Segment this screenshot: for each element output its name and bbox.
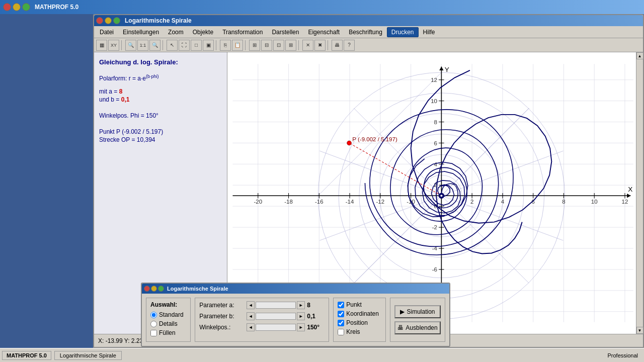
auswahl-panel: Auswahl: Standard Details Füllen (146, 298, 191, 342)
button-panel: ▶ Simulation 🖶 Ausblenden (390, 298, 445, 342)
svg-text:-2: -2 (432, 224, 437, 230)
param-a-left[interactable]: ◄ (247, 301, 255, 309)
taskbar-window[interactable]: Logarithmische Spirale (54, 351, 122, 360)
info-param-b: und b = 0,1 (99, 96, 222, 103)
scroll-up[interactable]: ▲ (636, 52, 643, 59)
check-koordinaten[interactable] (338, 311, 344, 317)
param-a-right[interactable]: ► (297, 301, 305, 309)
tool-coord[interactable]: XY (108, 40, 119, 51)
tool-copy[interactable]: ⎘ (220, 40, 231, 51)
winkelpos-value: 150° (307, 324, 325, 331)
param-a-row: Parameter a: ◄ ► 8 (199, 301, 325, 309)
radio-details[interactable] (150, 321, 157, 327)
tool-zoom-reset[interactable]: 1:1 (137, 40, 148, 51)
tool-rect[interactable]: □ (191, 40, 202, 51)
sub-max-button[interactable] (158, 286, 164, 292)
ausblenden-icon: 🖶 (397, 324, 404, 331)
maximize-button-outer[interactable] (22, 3, 30, 11)
taskbar: MATHPROF 5.0 Logarithmische Spirale Prof… (0, 348, 644, 362)
tool-select[interactable]: ↖ (167, 40, 178, 51)
menu-einstellungen[interactable]: Einstellungen (118, 27, 164, 37)
param-b-left[interactable]: ◄ (247, 312, 255, 320)
outer-titlebar: MATHPROF 5.0 (0, 0, 644, 14)
checkbox-fuellen[interactable] (150, 330, 157, 336)
check-position-label: Position (346, 319, 368, 326)
param-a-label: Parameter a: (199, 302, 245, 309)
svg-text:4: 4 (434, 161, 438, 167)
simulation-icon: ▶ (400, 308, 405, 315)
minimize-button-outer[interactable] (13, 3, 21, 11)
radio-standard-row: Standard (150, 311, 186, 318)
winkelpos-left[interactable]: ◄ (247, 323, 255, 331)
check-kreis[interactable] (338, 329, 344, 335)
tool-table2[interactable]: ⊟ (261, 40, 272, 51)
maximize-button[interactable] (113, 17, 120, 24)
winkelpos-slider: ◄ ► (247, 323, 305, 331)
outer-title-text: MATHPROF 5.0 (35, 4, 78, 11)
param-a-value: 8 (307, 302, 325, 309)
info-distance: Strecke OP = 10,394 (99, 136, 222, 143)
check-punkt[interactable] (338, 302, 344, 308)
param-b-right[interactable]: ► (297, 312, 305, 320)
winkelpos-label: Winkelpos.: (199, 324, 245, 331)
menu-zoom[interactable]: Zoom (164, 27, 188, 37)
toolbar: ▦ XY 🔍 1:1 🔍 ↖ ⛶ □ ▣ ⎘ 📋 ⊞ ⊟ ⊡ ⊞ ✕ ✖ 🖶 ? (94, 38, 643, 52)
sub-close-button[interactable] (144, 286, 150, 292)
winkelpos-right[interactable]: ► (297, 323, 305, 331)
tool-paste[interactable]: 📋 (232, 40, 243, 51)
tool-zoom-in[interactable]: 🔍 (149, 40, 160, 51)
menu-eigenschaft[interactable]: Eigenschaft (303, 27, 344, 37)
simulation-button[interactable]: ▶ Simulation (394, 305, 441, 318)
winkelpos-row: Winkelpos.: ◄ ► 150° (199, 323, 325, 331)
menu-transformation[interactable]: Transformation (218, 27, 267, 37)
tool-delete[interactable]: ✖ (314, 40, 326, 51)
radio-standard[interactable] (150, 312, 157, 318)
title-bar: Logarithmische Spirale (94, 15, 643, 26)
auswahl-title: Auswahl: (150, 301, 186, 308)
check-position[interactable] (338, 320, 344, 326)
radio-details-row: Details (150, 320, 186, 327)
menu-drucken[interactable]: Drucken (387, 27, 419, 37)
tool-rect2[interactable]: ▣ (203, 40, 214, 51)
tool-zoom-out[interactable]: 🔍 (125, 40, 136, 51)
taskbar-app[interactable]: MATHPROF 5.0 (2, 351, 51, 360)
check-punkt-label: Punkt (346, 301, 362, 308)
sub-min-button[interactable] (151, 286, 157, 292)
tool-frame2[interactable]: ⊞ (285, 40, 296, 51)
close-button-outer[interactable] (3, 3, 11, 11)
menu-beschriftung[interactable]: Beschriftung (344, 27, 387, 37)
sub-window-title: Logarithmische Spirale (167, 286, 228, 292)
winkelpos-track[interactable] (256, 324, 296, 331)
tool-help[interactable]: ? (344, 40, 355, 51)
svg-text:-18: -18 (284, 199, 293, 205)
tool-close-x[interactable]: ✕ (302, 40, 313, 51)
scrollbar-right[interactable]: ▲ ▼ (636, 52, 643, 334)
menu-datei[interactable]: Datei (95, 27, 118, 37)
close-button[interactable] (96, 17, 103, 24)
tool-print[interactable]: 🖶 (332, 40, 343, 51)
checkbox-panel: Punkt Koordinaten Position Kreis (333, 298, 386, 342)
menu-objekte[interactable]: Objekte (188, 27, 218, 37)
tool-move[interactable]: ⛶ (179, 40, 190, 51)
svg-text:X: X (628, 186, 632, 193)
menu-darstellen[interactable]: Darstellen (267, 27, 303, 37)
param-a-track[interactable] (256, 302, 296, 309)
param-b-label: Parameter b: (199, 313, 245, 320)
param-b-track[interactable] (256, 313, 296, 320)
radio-standard-label: Standard (159, 311, 184, 318)
minimize-button[interactable] (105, 17, 112, 24)
checkbox-fuellen-row: Füllen (150, 329, 186, 336)
tool-grid[interactable]: ▦ (96, 40, 107, 51)
check-koordinaten-row: Koordinaten (338, 310, 381, 317)
window-title: Logarithmische Spirale (125, 17, 192, 24)
parameter-panel: Parameter a: ◄ ► 8 Parameter b: ◄ ► 0,1 … (195, 298, 329, 342)
svg-text:-16: -16 (315, 199, 324, 205)
ausblenden-button[interactable]: 🖶 Ausblenden (394, 321, 441, 334)
svg-text:2: 2 (470, 199, 473, 205)
tool-frame[interactable]: ⊡ (273, 40, 284, 51)
scroll-down[interactable]: ▼ (636, 327, 643, 334)
tool-table[interactable]: ⊞ (249, 40, 260, 51)
param-b-slider: ◄ ► (247, 312, 305, 320)
menu-bar: Datei Einstellungen Zoom Objekte Transfo… (94, 26, 643, 38)
menu-hilfe[interactable]: Hilfe (419, 27, 440, 37)
